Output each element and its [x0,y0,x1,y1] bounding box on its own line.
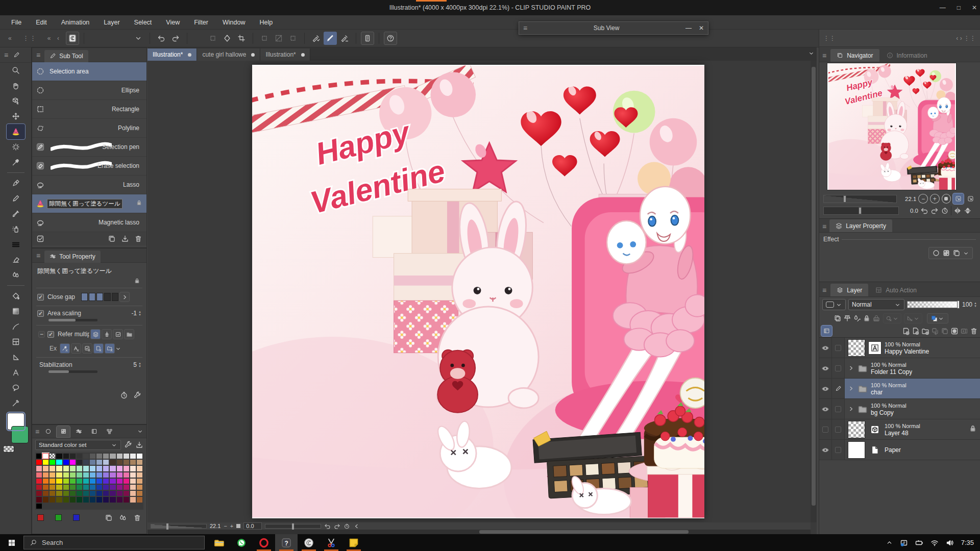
color-swatch[interactable] [96,472,103,478]
lock-settings-icon[interactable] [134,278,140,284]
color-swatch[interactable] [136,453,143,459]
color-swatch[interactable] [69,472,76,478]
color-swatch[interactable] [96,459,103,465]
color-swatch[interactable] [130,465,136,471]
cmd-redo-button[interactable] [169,32,182,45]
detail-settings-icon[interactable] [133,391,141,399]
color-swatch[interactable] [63,472,69,478]
tool-blend[interactable] [7,267,25,283]
start-button[interactable] [0,534,23,551]
menu-file[interactable]: File [4,15,29,29]
color-panel-menu-icon[interactable]: ≡ [35,428,39,436]
delete-subtool-icon[interactable] [134,235,142,243]
ruler-range-button[interactable] [904,313,922,323]
opacity-stepper[interactable]: 100▲▼ [962,301,977,308]
nav-fit-window-button[interactable] [953,193,963,204]
sub-view-window[interactable]: ≡ Sub View — ✕ [519,21,708,35]
color-swatch[interactable] [109,472,116,478]
color-swatch[interactable] [136,472,143,478]
apply-mask-icon[interactable] [960,327,968,335]
subtool-item[interactable]: Polyline [32,119,146,138]
layer-property-menu-icon[interactable]: ≡ [822,222,826,231]
collapse-nav-icon[interactable] [353,523,360,530]
canvas-zoom-in-button[interactable]: + [230,523,233,529]
color-swatch[interactable] [123,496,130,503]
tab-color-slider[interactable] [72,426,85,437]
cmd-shortcut-pad-button[interactable] [361,32,374,45]
navigator-thumbnail[interactable] [827,63,956,190]
sub-tool-menu-icon[interactable]: ≡ [36,51,40,59]
stabilization-slider[interactable] [48,370,97,373]
tray-clock[interactable]: 7:35 [961,539,974,546]
canvas-vertical-scrollbar[interactable] [811,61,817,522]
color-swatch[interactable] [130,472,136,478]
tool-correct-line[interactable] [7,395,25,411]
color-swatch[interactable] [96,453,103,459]
color-swatch[interactable] [63,496,69,503]
layer-color-button[interactable] [927,313,948,323]
cmd-vector-check-button[interactable] [309,32,323,45]
subtool-item[interactable]: Selection pen [32,138,146,157]
new-raster-layer-icon[interactable] [902,327,910,335]
refer-all-layers-button[interactable] [90,329,101,339]
layer-edit-cell[interactable] [832,379,845,398]
nav-rotate-left-icon[interactable] [920,207,928,215]
nav-flip-horizontal-icon[interactable] [953,207,962,215]
color-swatch[interactable] [136,484,143,490]
refer-multiple-checkbox[interactable]: ✓ [47,331,54,338]
color-swatch-grid[interactable] [35,453,143,510]
cmd-open-file-button[interactable] [103,32,116,45]
tool-balloon[interactable] [7,380,25,395]
lock-transparent-pixels-icon[interactable] [872,314,880,322]
refer-folder-button[interactable] [124,329,134,339]
tab-color-set[interactable] [57,426,70,437]
history-color-swatch[interactable] [73,514,80,521]
refer-collapse-button[interactable]: − [38,331,45,338]
color-swatch[interactable] [42,453,49,459]
color-swatch[interactable] [76,459,83,465]
color-swatch[interactable] [56,459,62,465]
layer-row[interactable]: 100 % Normal char [819,379,980,399]
import-subtool-icon[interactable] [121,235,129,243]
tab-navigator[interactable]: Navigator [830,49,879,62]
tab-color-wheel[interactable] [41,426,55,437]
color-tabs-overflow-icon[interactable] [137,428,143,435]
navigator-zoom-slider[interactable] [823,195,897,203]
color-swatch[interactable] [42,490,49,496]
layer-visibility-toggle[interactable] [819,399,832,419]
tool-frame[interactable] [7,334,25,349]
taskbar-app-opera[interactable] [253,534,275,551]
layer-row[interactable]: Paper [819,440,980,460]
color-swatch[interactable] [69,496,76,503]
layer-visibility-toggle[interactable] [819,379,832,398]
folder-expand-icon[interactable] [848,406,854,412]
color-swatch[interactable] [96,478,103,484]
color-swatch[interactable] [123,472,130,478]
area-scaling-slider[interactable] [48,319,97,321]
nav-reset-rotation-icon[interactable] [941,207,949,215]
delete-layer-icon[interactable] [970,327,978,335]
taskbar-app-snipping-tool[interactable] [320,534,342,551]
color-swatch[interactable] [49,490,56,496]
color-swatch[interactable] [42,465,49,471]
color-swatch[interactable] [63,465,69,471]
rotate-right-icon[interactable] [334,523,340,530]
layer-row[interactable]: 100 % Normal bg Copy [819,399,980,419]
color-swatch[interactable] [109,465,116,471]
color-swatch[interactable] [116,496,123,503]
lock-layer-icon[interactable] [863,314,871,322]
title-bar[interactable]: Illustration* (4000 x 4000px 300dpi 22.1… [0,0,980,15]
tool-ruler[interactable] [7,349,25,365]
subtool-item[interactable]: Selection area [32,62,146,81]
color-swatch[interactable] [49,472,56,478]
color-swatch[interactable] [83,453,89,459]
draft-layer-icon[interactable] [853,314,861,322]
create-mask-icon[interactable] [950,327,959,335]
layer-edit-cell[interactable] [832,419,845,439]
tab-approx-color[interactable] [103,426,116,437]
transfer-layer-icon[interactable] [931,327,939,335]
color-swatch[interactable] [36,496,42,503]
layer-edit-cell[interactable] [832,358,845,378]
cmd-vector-erase-button[interactable] [338,32,351,45]
subtool-item[interactable]: 隙間無く囲って塗るツール [32,194,146,213]
